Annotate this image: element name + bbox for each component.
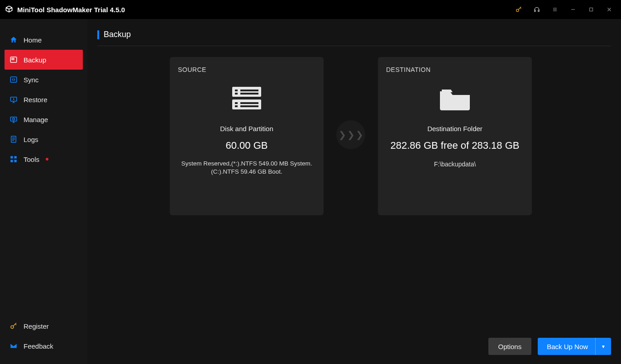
key-icon[interactable] [510,0,528,19]
sidebar-item-feedback[interactable]: Feedback [5,336,83,356]
sidebar-item-manage[interactable]: Manage [5,109,83,129]
restore-icon [9,95,18,104]
footer-buttons: Options Back Up Now ▼ [488,338,611,355]
chevron-right-icon: ❯ [356,129,363,140]
manage-icon [9,115,18,124]
destination-heading: DESTINATION [386,66,431,73]
header-accent-bar [97,30,99,39]
sync-icon [9,75,18,84]
svg-rect-32 [240,102,258,104]
svg-rect-30 [232,99,261,109]
mail-icon [9,341,18,350]
titlebar-left: MiniTool ShadowMaker Trial 4.5.0 [5,5,125,15]
sidebar-item-restore[interactable]: Restore [5,90,83,109]
sidebar-item-label: Register [24,322,49,330]
svg-rect-21 [14,156,17,158]
svg-rect-23 [14,160,17,162]
folder-icon [437,85,473,114]
logs-icon [9,135,18,144]
sidebar-item-label: Feedback [24,342,53,350]
dropdown-caret-icon[interactable]: ▼ [595,338,611,355]
sidebar-item-backup[interactable]: Backup [5,50,83,70]
source-heading: SOURCE [178,66,206,73]
sidebar-item-home[interactable]: Home [5,30,83,50]
options-button-label: Options [498,343,522,350]
sidebar-item-label: Manage [24,116,48,123]
svg-rect-25 [232,87,261,97]
svg-rect-26 [235,90,238,91]
svg-rect-12 [10,77,17,82]
app-logo-icon [5,5,14,15]
app-title: MiniTool ShadowMaker Trial 4.5.0 [17,6,125,14]
sidebar-item-label: Backup [24,56,46,64]
svg-rect-7 [590,8,593,11]
sidebar-item-tools[interactable]: Tools [5,149,83,169]
sidebar-item-label: Restore [24,96,48,104]
page-header: Backup [97,30,611,46]
svg-rect-1 [535,10,535,12]
chevron-right-icon: ❯ [347,129,355,140]
minimize-button[interactable] [564,0,582,19]
svg-rect-14 [10,117,17,121]
close-button[interactable] [600,0,618,19]
sidebar-item-label: Tools [24,156,39,163]
destination-path: F:\backupdata\ [434,161,476,168]
sidebar-item-label: Logs [24,136,38,143]
chevron-right-icon: ❯ [339,129,346,140]
source-size: 60.00 GB [226,140,268,151]
titlebar: MiniTool ShadowMaker Trial 4.5.0 [0,0,621,19]
svg-rect-22 [10,160,13,162]
svg-point-15 [13,118,15,120]
source-card[interactable]: SOURCE [170,57,324,215]
backup-now-label: Back Up Now [547,343,595,350]
svg-point-0 [516,9,519,11]
svg-rect-27 [240,90,258,91]
svg-rect-31 [235,102,238,104]
svg-rect-28 [235,93,238,95]
sidebar: Home Backup Sync Restore Manage [0,19,87,364]
sidebar-item-label: Home [24,36,42,44]
svg-rect-34 [240,105,258,107]
titlebar-right [510,0,618,19]
destination-card[interactable]: DESTINATION Destination Folder 282.86 GB… [378,57,532,215]
destination-free: 282.86 GB free of 283.18 GB [391,140,520,151]
svg-rect-33 [235,105,238,107]
sidebar-item-register[interactable]: Register [5,316,83,336]
svg-rect-2 [538,10,539,12]
destination-label: Destination Folder [427,125,482,132]
tools-icon [9,155,18,164]
page-title: Backup [104,30,131,39]
source-details: System Reserved,(*:).NTFS 549.00 MB Syst… [178,160,315,176]
main-panel: Backup SOURCE [87,19,621,364]
sidebar-item-sync[interactable]: Sync [5,70,83,90]
svg-rect-11 [12,58,14,60]
svg-rect-20 [10,156,13,158]
key-icon [9,321,18,331]
options-button[interactable]: Options [488,338,532,355]
maximize-button[interactable] [582,0,600,19]
menu-icon[interactable] [546,0,564,19]
sidebar-item-logs[interactable]: Logs [5,129,83,149]
notification-dot [46,158,48,161]
backup-now-button[interactable]: Back Up Now ▼ [538,338,611,355]
headset-icon[interactable] [528,0,546,19]
svg-rect-29 [240,93,258,95]
disk-icon [230,85,263,114]
home-icon [9,35,18,44]
arrow-circle: ❯ ❯ ❯ [336,120,365,149]
svg-point-24 [11,326,14,328]
sidebar-item-label: Sync [24,76,38,84]
source-label: Disk and Partition [220,125,273,132]
arrow-separator: ❯ ❯ ❯ [324,57,378,149]
backup-icon [9,55,18,64]
